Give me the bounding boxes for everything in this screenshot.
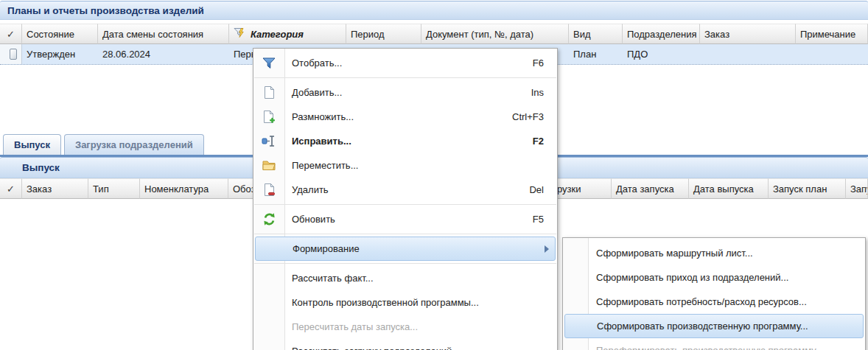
menu-separator xyxy=(254,204,556,205)
column-header-department[interactable]: Подразделения xyxy=(623,24,700,44)
plans-panel-title-text: Планы и отчеты производства изделий xyxy=(7,5,204,16)
menu-separator xyxy=(254,263,556,264)
refresh-icon xyxy=(260,212,278,227)
column-header-note[interactable]: Примечание xyxy=(796,24,868,44)
vypusk-panel-title-text: Выпуск xyxy=(22,162,60,173)
cell-kind: План xyxy=(569,44,623,64)
folder-icon xyxy=(260,158,278,173)
delete-document-icon xyxy=(260,183,278,197)
menu-separator xyxy=(254,77,556,78)
filter-icon xyxy=(260,56,278,71)
submenu-arrow-icon xyxy=(545,245,549,253)
tab-vypusk[interactable]: Выпуск xyxy=(3,134,61,155)
column-header-category-label: Категория xyxy=(251,29,304,40)
plans-table-header-row: ✓ Состояние Дата смены состояния Категор… xyxy=(0,24,868,44)
menu-item-move[interactable]: Переместить... xyxy=(253,153,557,178)
menu-item-edit[interactable]: Исправить... F2 xyxy=(253,129,557,153)
plans-panel-title: Планы и отчеты производства изделий xyxy=(0,1,868,20)
formirovanie-submenu: Сформировать маршрутный лист... Сформиро… xyxy=(562,237,866,350)
row-checkbox[interactable] xyxy=(10,49,17,60)
column-header-release-date[interactable]: Дата выпуска xyxy=(689,178,769,199)
submenu-item-resource-demand[interactable]: Сформировать потребность/расход ресурсов… xyxy=(563,290,865,314)
submenu-item-production-program[interactable]: Сформировать производственную программу.… xyxy=(564,314,864,338)
menu-item-delete[interactable]: Удалить Del xyxy=(253,178,557,202)
column-header-launch-plan[interactable]: Запуск план xyxy=(769,178,846,199)
menu-item-calc-fact[interactable]: Рассчитать факт... xyxy=(253,266,557,290)
edit-document-icon xyxy=(260,134,278,149)
cell-order xyxy=(700,44,796,64)
column-header-document[interactable]: Документ (тип, №, дата) xyxy=(421,24,569,44)
filter-sort-icon xyxy=(234,27,248,41)
column-header-launch-fact[interactable]: Запуск факт xyxy=(846,178,868,199)
check-column-header[interactable]: ✓ xyxy=(0,24,22,44)
cell-department: ПДО xyxy=(623,44,700,64)
cell-state: Утвержден xyxy=(22,44,98,64)
cell-note xyxy=(796,44,868,64)
app-screen: Планы и отчеты производства изделий ✓ Со… xyxy=(0,0,868,350)
submenu-item-receipt-from-departments[interactable]: Сформировать приход из подразделений... xyxy=(563,265,865,290)
column-header-period[interactable]: Период xyxy=(346,24,421,44)
menu-item-recalc-launch-dates: Пересчитать даты запуска... xyxy=(253,315,557,339)
column-header-category[interactable]: Категория xyxy=(229,24,346,44)
menu-item-duplicate[interactable]: Размножить... Ctrl+F3 xyxy=(253,105,557,129)
menu-item-refresh[interactable]: Обновить F5 xyxy=(253,207,557,231)
menu-item-clipped-bottom[interactable]: Рассчитать загрузку подразделений... xyxy=(253,339,557,350)
row-checkbox-cell xyxy=(0,44,22,64)
menu-item-filter[interactable]: Отобрать... F6 xyxy=(253,51,557,75)
column-header-state-change-date[interactable]: Дата смены состояния xyxy=(98,24,229,44)
menu-item-add[interactable]: Добавить... Ins xyxy=(253,80,557,105)
context-menu: Отобрать... F6 Добавить... Ins xyxy=(253,48,558,350)
column-header-type[interactable]: Тип xyxy=(88,178,140,199)
check-column-header-2[interactable]: ✓ xyxy=(0,178,22,199)
cell-state-change-date: 28.06.2024 xyxy=(98,44,229,64)
new-document-icon xyxy=(260,85,278,100)
column-header-nomenclature[interactable]: Номенклатура xyxy=(140,178,228,199)
column-header-kind[interactable]: Вид xyxy=(569,24,623,44)
submenu-item-reform-production-program: Переформировать производственную програм… xyxy=(563,338,865,350)
column-header-launch-date[interactable]: Дата запуска xyxy=(612,178,689,199)
submenu-item-route-sheet[interactable]: Сформировать маршрутный лист... xyxy=(563,241,865,265)
column-header-order[interactable]: Заказ xyxy=(700,24,796,44)
check-icon: ✓ xyxy=(7,29,15,40)
duplicate-document-icon xyxy=(260,110,278,125)
check-icon: ✓ xyxy=(7,183,15,195)
column-header-order-2[interactable]: Заказ xyxy=(22,178,88,199)
menu-item-control-program[interactable]: Контроль производственной программы... xyxy=(253,290,557,315)
tab-zagruzka-podrazdelenij[interactable]: Загрузка подразделений xyxy=(64,134,204,155)
menu-item-formirovanie[interactable]: Формирование xyxy=(255,237,556,261)
column-header-state[interactable]: Состояние xyxy=(22,24,98,44)
menu-separator xyxy=(254,234,556,234)
